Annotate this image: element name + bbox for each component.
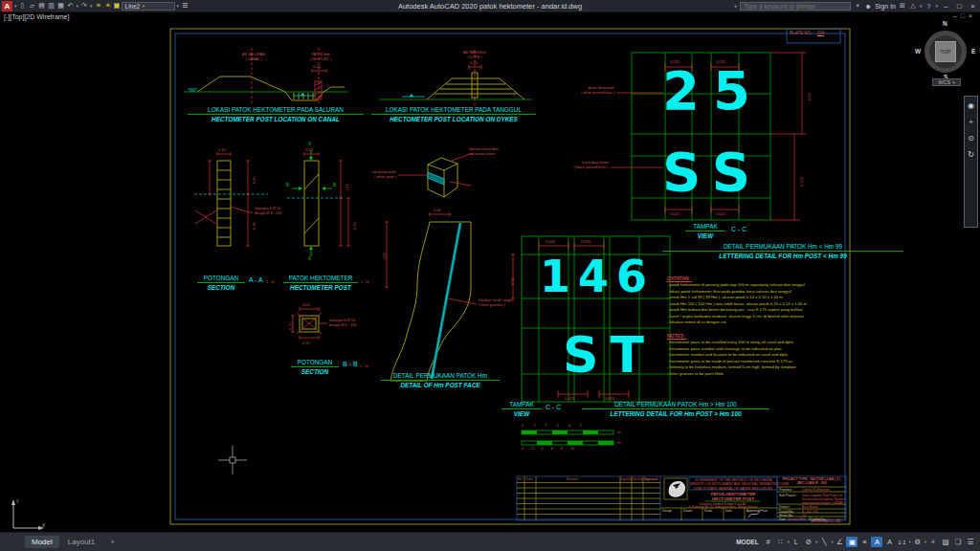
catatan-notes: CATATAN : - patok hektometer di pasang p… <box>667 276 820 326</box>
object-snap-icon[interactable]: ▣ <box>846 537 858 547</box>
drawing-close-icon[interactable]: × <box>969 12 976 19</box>
redo-caret-icon[interactable]: ▾ <box>90 3 93 9</box>
alert-icon[interactable]: △ <box>909 2 917 10</box>
signin-button[interactable]: Sign In <box>875 3 896 10</box>
plot-icon[interactable]: ▦ <box>57 2 65 10</box>
viewcube[interactable]: TOP N W E S WCS▾ <box>913 19 980 96</box>
view-99-ref: C - C <box>731 226 746 232</box>
viewport-controls[interactable]: [-][Top][2D Wireframe] <box>4 13 69 20</box>
grid99-leader-2: huruf dicat hitam( black painted letter … <box>553 161 609 169</box>
search-input[interactable] <box>740 2 851 11</box>
workspace-gear-icon[interactable]: ⚙ <box>912 537 924 547</box>
model-space-toggle[interactable]: MODEL <box>736 539 758 545</box>
annotation-autoscale-icon[interactable]: A <box>883 537 895 547</box>
app-titlebar: A ▾ ▯ ▱ ▤ ▥ ▦ ↶ ▾ ↷ ▾ ☀ ☀ Line2 ▾ ▾ ☰ Au… <box>0 0 980 12</box>
close-button[interactable]: × <box>968 2 978 11</box>
dim-label: 0.50 <box>510 277 515 285</box>
drawing-window-controls[interactable]: –□× <box>953 12 976 19</box>
redo-icon[interactable]: ↷ <box>80 2 88 10</box>
scalebar2-unit: m <box>617 440 620 445</box>
toolbar-options-caret-icon[interactable]: ▾ <box>177 3 180 9</box>
scale-caret-icon[interactable]: ▾ <box>908 540 910 544</box>
undo-caret-icon[interactable]: ▾ <box>77 3 79 9</box>
isodraft-caret-icon[interactable]: ▾ <box>831 540 833 544</box>
maximize-button[interactable]: □ <box>954 2 965 11</box>
annotation-monitor-icon[interactable]: + <box>927 537 939 547</box>
lettering-99-row2: SS <box>662 145 764 199</box>
snap-icon[interactable]: ∷ <box>775 537 787 547</box>
dim-label: 0.60 <box>807 93 812 100</box>
dim-label: 0.20 <box>470 60 478 65</box>
section-aa-ref: A - A <box>249 276 263 283</box>
cell-date-label: Date <box>725 509 732 513</box>
dim-label: 0.45 <box>434 208 441 212</box>
dynamic-input-icon[interactable]: ∠ <box>834 537 845 547</box>
compass-east[interactable]: E <box>971 48 975 55</box>
status-bar: Model Layout1 + MODEL # ∷ ▾ L ⊘ ▾ ╲ ▾ ∠ … <box>0 532 980 551</box>
ortho-icon[interactable]: L <box>791 537 802 547</box>
pan-icon[interactable]: + <box>969 119 973 126</box>
post-scale: 1 : 10 <box>361 280 369 284</box>
open-icon[interactable]: ▱ <box>29 2 36 10</box>
orbit-icon[interactable]: ↻ <box>968 151 974 159</box>
province-label: Province : <box>779 488 793 492</box>
clean-screen-icon[interactable]: ❏ <box>952 537 964 547</box>
search-expand-icon[interactable]: ▸ <box>735 3 738 9</box>
undo-icon[interactable]: ↶ <box>67 2 75 10</box>
layer-dropdown[interactable]: Line2 ▾ <box>122 2 175 11</box>
autocad-logo[interactable]: A <box>2 1 12 11</box>
new-drawing-icon[interactable]: ▯ <box>19 2 27 10</box>
view-100-ref: C - C <box>546 404 561 410</box>
customize-menu-icon[interactable]: ☰ <box>965 537 976 547</box>
navigation-bar[interactable]: ◉ + ⊙ ↻ <box>964 96 978 228</box>
wcs-dropdown[interactable]: WCS▾ <box>932 78 961 86</box>
layer-color-swatch[interactable] <box>114 3 120 9</box>
province-value: Central Kalimantan <box>802 488 830 492</box>
minimize-button[interactable]: – <box>941 2 951 11</box>
search-icon[interactable]: ⌖ <box>854 2 861 10</box>
search-box <box>740 2 851 11</box>
help-icon[interactable]: ? <box>924 3 932 10</box>
lettering-100-row2: ST <box>563 330 656 380</box>
annotation-scale-button[interactable]: 1:1 <box>896 539 907 546</box>
viewcube-top-face[interactable]: TOP <box>935 41 956 62</box>
graphics-performance-icon[interactable]: ▨ <box>940 537 951 547</box>
layout1-tab[interactable]: Layout1 <box>61 536 101 548</box>
district-label: District : <box>779 505 791 509</box>
zoom-icon[interactable]: ⊙ <box>968 135 974 143</box>
app-store-icon[interactable]: ⊞ <box>899 2 906 10</box>
app-menu-caret-icon[interactable]: ▾ <box>14 3 17 9</box>
layer-state-icon[interactable]: ☀ <box>95 2 102 10</box>
alert-caret-icon[interactable]: ▾ <box>920 3 923 9</box>
steering-wheel-icon[interactable]: ◉ <box>968 102 974 110</box>
dim-label: 0.20 <box>313 64 321 69</box>
compass-north[interactable]: N <box>943 20 947 27</box>
snap-caret-icon[interactable]: ▾ <box>788 540 790 544</box>
help-caret-icon[interactable]: ▾ <box>935 3 938 9</box>
dim-label: 0.025 <box>546 239 555 244</box>
layer-freeze-icon[interactable]: ☀ <box>104 2 112 10</box>
toolbar-menu-icon[interactable]: ☰ <box>181 2 189 10</box>
plate-number: 224 <box>817 31 825 36</box>
save-as-icon[interactable]: ▥ <box>48 2 56 10</box>
compass-west[interactable]: W <box>915 48 921 55</box>
layout-tabs: Model Layout1 + <box>4 536 122 548</box>
new-layout-button[interactable]: + <box>103 536 122 548</box>
save-icon[interactable]: ▤ <box>38 2 46 10</box>
drawing-minimize-icon[interactable]: – <box>953 12 961 19</box>
isodraft-icon[interactable]: ╲ <box>818 537 830 547</box>
user-icon[interactable]: ☻ <box>864 3 872 10</box>
dim-label: 0.025 <box>670 59 679 64</box>
model-tab[interactable]: Model <box>25 536 59 548</box>
annotation-visibility-icon[interactable]: A <box>871 537 882 547</box>
workspace-caret-icon[interactable]: ▾ <box>924 540 926 544</box>
polar-tracking-icon[interactable]: ⊘ <box>803 537 814 547</box>
grid-icon[interactable]: # <box>763 537 774 547</box>
polar-caret-icon[interactable]: ▾ <box>815 540 817 544</box>
drawing-restore-icon[interactable]: □ <box>961 12 969 19</box>
lineweight-icon[interactable]: ≡ <box>858 537 870 547</box>
model-space-canvas[interactable] <box>0 12 980 532</box>
quick-access-toolbar: A ▾ ▯ ▱ ▤ ▥ ▦ ↶ ▾ ↷ ▾ ☀ ☀ Line2 ▾ ▾ ☰ <box>0 1 189 11</box>
rev-col-no: No. <box>518 477 523 481</box>
dim-label: 0.025 <box>670 211 679 216</box>
